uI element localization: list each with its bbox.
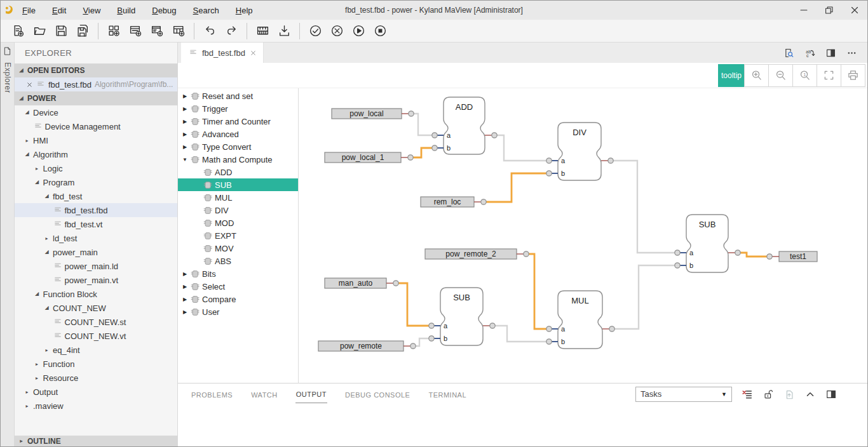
connector-port[interactable]	[546, 326, 552, 331]
clear-output-button[interactable]	[742, 389, 753, 400]
connector-port[interactable]	[608, 158, 613, 163]
variable-man_auto[interactable]: man_auto	[325, 278, 386, 288]
library-item-mod[interactable]: MOD	[178, 217, 298, 229]
wire-pow_local-to-ADD.a[interactable]	[414, 114, 432, 135]
library-item-type-convert[interactable]: ▶Type Convert	[178, 140, 298, 153]
explorer-file-icon[interactable]	[3, 46, 12, 58]
library-item-reset-and-set[interactable]: ▶Reset and set	[178, 90, 298, 102]
restore-window-button[interactable]	[817, 1, 842, 20]
fit-screen-button[interactable]	[817, 64, 841, 87]
panel-tab-debug-console[interactable]: DEBUG CONSOLE	[344, 385, 410, 403]
tab-fbd-test[interactable]: fbd_test.fbd	[181, 43, 264, 63]
tooltip-button[interactable]: tooltip	[718, 64, 745, 87]
tree-item-count-new-vt[interactable]: COUNT_NEW.vt	[15, 329, 177, 343]
library-item-trigger[interactable]: ▶Trigger	[178, 102, 298, 115]
library-item-div[interactable]: DIV	[178, 204, 298, 217]
connector-port[interactable]	[546, 339, 552, 344]
find-in-file-button[interactable]	[783, 48, 794, 58]
menu-help[interactable]: Help	[236, 6, 253, 15]
fbd-block-div[interactable]: DIVab	[552, 123, 608, 180]
variable-pow_local_1[interactable]: pow_local_1	[325, 152, 401, 163]
variable-table-button[interactable]	[252, 22, 273, 41]
redo-button[interactable]	[220, 22, 242, 41]
connector-port[interactable]	[429, 336, 434, 341]
library-item-mov[interactable]: MOV	[178, 242, 298, 255]
print-button[interactable]	[841, 64, 865, 87]
library-item-bits[interactable]: ▶Bits	[178, 267, 298, 280]
tree-item--maview[interactable]: ▸.maview	[15, 399, 177, 413]
close-window-button[interactable]	[842, 1, 867, 20]
wire-rem_loc-to-DIV.b[interactable]	[486, 173, 546, 202]
split-editor-button[interactable]	[825, 48, 836, 58]
connector-port[interactable]	[393, 281, 398, 286]
connector-port[interactable]	[481, 199, 486, 204]
menu-build[interactable]: Build	[117, 6, 135, 15]
tree-item-resource[interactable]: ▸Resource	[15, 371, 177, 385]
panel-tab-output[interactable]: OUTPUT	[295, 385, 327, 403]
library-item-math-and-compute[interactable]: ▼Math and Compute	[178, 153, 298, 166]
zoom-reset-button[interactable]: 1	[792, 64, 817, 87]
wire-pow_remote-to-SUB2.b[interactable]	[416, 338, 429, 346]
stop-button[interactable]	[369, 22, 391, 41]
panel-tab-watch[interactable]: WATCH	[250, 385, 278, 403]
fbd-block-sub-1[interactable]: SUBab	[680, 215, 735, 272]
tree-item-device-management[interactable]: Device Management	[15, 119, 177, 133]
library-item-expt[interactable]: EXPT	[178, 229, 298, 242]
connector-port[interactable]	[546, 158, 552, 163]
close-tab-icon[interactable]	[250, 50, 257, 57]
unlock-button[interactable]	[763, 389, 774, 400]
fbd-block-sub-2[interactable]: SUBab	[434, 288, 490, 345]
fbd-block-add[interactable]: ADDab	[437, 97, 492, 154]
tree-item-fbd-test[interactable]: ◢fbd_test	[15, 189, 177, 203]
connector-port[interactable]	[490, 323, 495, 328]
save-all-button[interactable]	[72, 22, 93, 41]
undo-button[interactable]	[199, 22, 220, 41]
tree-item-ld-test[interactable]: ▸ld_test	[15, 231, 177, 245]
tree-item-program[interactable]: ◢Program	[15, 175, 177, 189]
export-button[interactable]	[783, 389, 795, 400]
tree-item-output[interactable]: ▸Output	[15, 385, 177, 399]
library-item-compare[interactable]: ▶Compare	[178, 293, 298, 305]
run-button[interactable]	[348, 22, 369, 41]
new-file-button[interactable]	[7, 22, 29, 41]
download-button[interactable]	[273, 22, 295, 41]
tree-item-hmi[interactable]: ▸HMI	[15, 133, 177, 147]
library-item-abs[interactable]: ABS	[178, 255, 298, 267]
wire-man_auto-to-SUB2.a[interactable]	[398, 283, 429, 326]
wire-DIV.out-to-SUB1.a[interactable]	[613, 161, 675, 253]
cancel-button[interactable]	[326, 22, 348, 41]
connector-port[interactable]	[524, 251, 529, 257]
save-button[interactable]	[50, 22, 72, 41]
tree-item-fbd-test-vt[interactable]: fbd_test.vt	[15, 217, 177, 231]
library-item-mul[interactable]: MUL	[178, 191, 298, 204]
close-editor-icon[interactable]	[26, 81, 33, 88]
activity-bar-label[interactable]: Explorer	[3, 62, 12, 93]
tree-item-algorithm[interactable]: ◢Algorithm	[15, 147, 177, 161]
tree-item-fbd-test-fbd[interactable]: fbd_test.fbd	[15, 203, 177, 217]
wire-SUB1.out-to-test1[interactable]	[740, 253, 767, 257]
compile-check-button[interactable]	[304, 22, 326, 41]
tree-item-eq-4int[interactable]: ▸eq_4int	[15, 343, 177, 357]
tree-item-count-new-st[interactable]: COUNT_NEW.st	[15, 315, 177, 329]
variable-pow_local[interactable]: pow_local	[332, 109, 402, 119]
wire-pow_local_1-to-ADD.b[interactable]	[413, 148, 432, 157]
fbd-canvas[interactable]: pow_localpow_local_1rem_locpow_remote_2m…	[299, 88, 867, 383]
zoom-in-button[interactable]	[744, 64, 769, 87]
open-folder-button[interactable]	[29, 22, 50, 41]
new-table-button[interactable]	[168, 22, 189, 41]
new-project-button[interactable]	[103, 22, 125, 41]
collapse-panel-button[interactable]	[804, 389, 816, 400]
panel-tab-problems[interactable]: PROBLEMS	[191, 385, 233, 403]
connector-port[interactable]	[735, 250, 740, 255]
connector-port[interactable]	[409, 111, 414, 116]
menu-view[interactable]: View	[83, 6, 100, 15]
tree-item-power-main[interactable]: ◢power_main	[15, 245, 177, 259]
tree-item-logic[interactable]: ▸Logic	[15, 161, 177, 175]
outline-header[interactable]: ▸ OUTLINE	[15, 436, 177, 446]
library-item-sub[interactable]: SUB	[178, 178, 298, 191]
project-header[interactable]: ◢ POWER	[15, 91, 177, 105]
open-editors-header[interactable]: ◢ OPEN EDITORS	[15, 63, 177, 77]
fbd-block-mul[interactable]: MULab	[552, 291, 609, 349]
variable-test1[interactable]: test1	[779, 251, 817, 262]
connector-port[interactable]	[429, 323, 434, 328]
